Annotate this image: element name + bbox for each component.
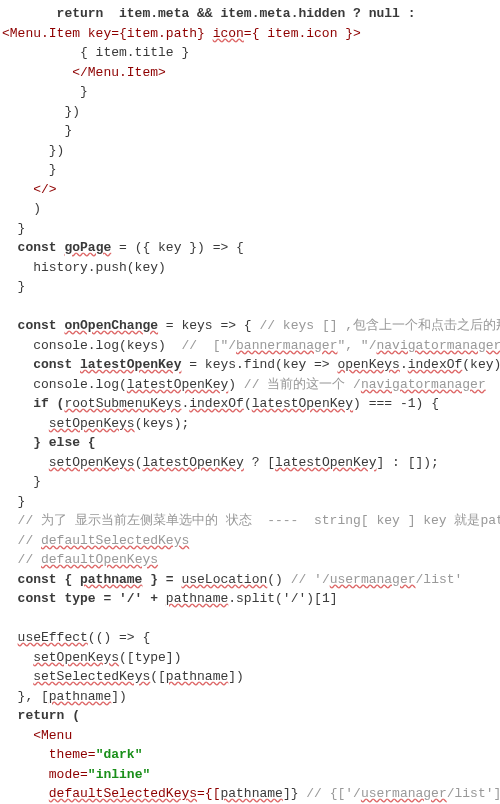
code-line: const type = '/' + pathname.split('/')[1… xyxy=(2,591,338,606)
code-line: const onOpenChange = keys => { // keys [… xyxy=(2,318,500,333)
code-line: } xyxy=(2,84,88,99)
code-line: } xyxy=(2,494,25,509)
code-line: setOpenKeys(latestOpenKey ? [latestOpenK… xyxy=(2,455,439,470)
code-line: }) xyxy=(2,143,64,158)
code-line: setSelectedKeys([pathname]) xyxy=(2,669,244,684)
code-line: }, [pathname]) xyxy=(2,689,127,704)
code-line: if (rootSubmenuKeys.indexOf(latestOpenKe… xyxy=(2,396,439,411)
code-line: ) xyxy=(2,201,41,216)
code-line: // defaultSelectedKeys xyxy=(2,533,189,548)
code-line: const goPage = ({ key }) => { xyxy=(2,240,244,255)
code-line: setOpenKeys([type]) xyxy=(2,650,181,665)
code-line: setOpenKeys(keys); xyxy=(2,416,189,431)
code-line: return item.meta && item.meta.hidden ? n… xyxy=(2,6,415,21)
code-line: // 为了 显示当前左侧菜单选中的 状态 ---- string[ key ] … xyxy=(2,513,500,528)
code-line: } xyxy=(2,162,57,177)
code-line: } xyxy=(2,221,25,236)
code-line: const { pathname } = useLocation() // '/… xyxy=(2,572,462,587)
code-line: } xyxy=(2,279,25,294)
code-line: return ( xyxy=(2,708,80,723)
code-line: </Menu.Item> xyxy=(2,65,166,80)
code-line: const latestOpenKey = keys.find(key => o… xyxy=(2,357,500,372)
code-line: <Menu.Item key={item.path} icon={ item.i… xyxy=(2,26,361,41)
code-line: useEffect(() => { xyxy=(2,630,150,645)
code-line: }) xyxy=(2,104,80,119)
code-line: // defaultOpenKeys xyxy=(2,552,158,567)
code-line: <Menu xyxy=(2,728,72,743)
code-line: console.log(keys) // ["/bannermanager", … xyxy=(2,338,500,353)
code-editor-content: return item.meta && item.meta.hidden ? n… xyxy=(0,0,500,804)
code-line: { item.title } xyxy=(2,45,189,60)
code-line: } xyxy=(2,474,41,489)
code-line: theme="dark" xyxy=(2,747,142,762)
code-line: history.push(key) xyxy=(2,260,166,275)
code-line: console.log(latestOpenKey) // 当前的这一个 /na… xyxy=(2,377,486,392)
code-line: </> xyxy=(2,182,57,197)
code-line: mode="inline" xyxy=(2,767,150,782)
code-line: defaultSelectedKeys={[pathname]} // {['/… xyxy=(2,786,500,801)
code-line: } else { xyxy=(2,435,96,450)
code-line: } xyxy=(2,123,72,138)
